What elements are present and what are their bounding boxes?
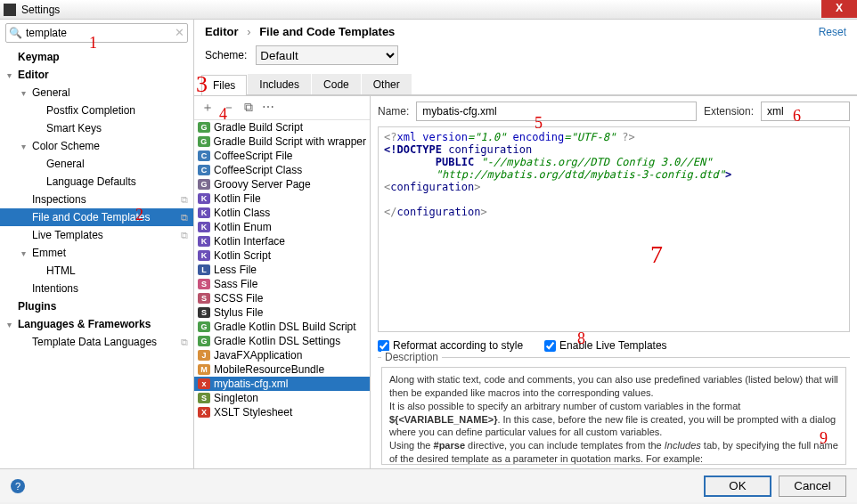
tree-item[interactable]: ▾General: [0, 84, 193, 102]
window-title: Settings: [21, 4, 60, 16]
file-item[interactable]: CCoffeeScript Class: [194, 163, 370, 177]
sidebar: 🔍 ✕ Keymap▾Editor▾GeneralPostfix Complet…: [0, 20, 194, 468]
file-item[interactable]: SSass File: [194, 277, 370, 291]
description-section: Description Along with static text, code…: [378, 357, 850, 468]
tree-item[interactable]: Inspections⧉: [0, 191, 193, 208]
file-item[interactable]: SSCSS File: [194, 291, 370, 305]
tree-item[interactable]: ▾Editor: [0, 66, 193, 84]
file-item[interactable]: GGradle Kotlin DSL Build Script: [194, 320, 370, 334]
title-bar: Settings X: [0, 0, 857, 20]
list-toolbar: ＋ － ⧉ ⋯: [194, 96, 370, 120]
breadcrumb-bar: Editor › File and Code Templates Reset: [194, 20, 857, 42]
tab-includes[interactable]: Includes: [248, 74, 311, 94]
tree-item[interactable]: Smart Keys: [0, 119, 193, 137]
tab-files[interactable]: Files: [201, 75, 247, 95]
file-item[interactable]: MMobileResourceBundle: [194, 362, 370, 377]
main: 🔍 ✕ Keymap▾Editor▾GeneralPostfix Complet…: [0, 20, 857, 468]
ok-button[interactable]: OK: [704, 476, 771, 497]
file-item[interactable]: KKotlin File: [194, 191, 370, 206]
extension-input[interactable]: [761, 102, 850, 121]
tree-item[interactable]: HTML: [0, 262, 193, 280]
description-label: Description: [381, 351, 442, 363]
more-icon[interactable]: ⋯: [262, 100, 274, 116]
live-templates-checkbox[interactable]: Enable Live Templates: [544, 339, 667, 352]
file-item[interactable]: JJavaFXApplication: [194, 348, 370, 362]
tree-item[interactable]: Plugins: [0, 297, 193, 315]
file-template-list: ＋ － ⧉ ⋯ GGradle Build ScriptGGradle Buil…: [194, 96, 371, 468]
file-item[interactable]: KKotlin Class: [194, 206, 370, 220]
scheme-label: Scheme:: [205, 49, 247, 61]
template-tabs: FilesIncludesCodeOther: [201, 74, 857, 95]
tree-item[interactable]: Language Defaults: [0, 173, 193, 191]
extension-label: Extension:: [704, 105, 754, 118]
scheme-select[interactable]: Default: [256, 45, 398, 65]
name-row: Name: Extension:: [378, 102, 850, 121]
search-input[interactable]: [5, 23, 188, 43]
tree-item[interactable]: ▾Languages & Frameworks: [0, 315, 193, 333]
file-item[interactable]: CCoffeeScript File: [194, 149, 370, 163]
file-item[interactable]: KKotlin Script: [194, 248, 370, 263]
tree-item[interactable]: ▾Emmet: [0, 244, 193, 262]
breadcrumb-sep: ›: [247, 25, 250, 38]
help-button[interactable]: ?: [11, 479, 25, 493]
file-item[interactable]: XXSLT Stylesheet: [194, 405, 370, 419]
add-icon[interactable]: ＋: [201, 100, 214, 116]
file-item[interactable]: GGroovy Server Page: [194, 177, 370, 191]
right-panel: Editor › File and Code Templates Reset S…: [194, 20, 857, 468]
template-file-list[interactable]: GGradle Build ScriptGGradle Build Script…: [194, 120, 370, 468]
tab-code[interactable]: Code: [312, 74, 361, 94]
file-item[interactable]: SSingleton: [194, 391, 370, 405]
tree-item[interactable]: Postfix Completion: [0, 102, 193, 119]
close-button[interactable]: X: [821, 0, 857, 18]
search-icon: 🔍: [9, 27, 22, 39]
file-item[interactable]: KKotlin Interface: [194, 234, 370, 248]
cancel-button[interactable]: Cancel: [779, 476, 846, 497]
tree-item[interactable]: General: [0, 155, 193, 173]
settings-tree[interactable]: Keymap▾Editor▾GeneralPostfix CompletionS…: [0, 46, 193, 468]
file-item[interactable]: GGradle Build Script: [194, 120, 370, 134]
tree-item[interactable]: File and Code Templates⧉: [0, 208, 193, 226]
footer: ? OK Cancel: [0, 468, 857, 502]
tree-item[interactable]: Keymap: [0, 48, 193, 66]
tree-item[interactable]: Intentions: [0, 280, 193, 297]
file-item[interactable]: KKotlin Enum: [194, 220, 370, 234]
scheme-row: Scheme: Default: [194, 42, 857, 74]
copy-icon[interactable]: ⧉: [244, 100, 253, 116]
content: ＋ － ⧉ ⋯ GGradle Build ScriptGGradle Buil…: [194, 95, 857, 468]
reformat-checkbox[interactable]: Reformat according to style: [378, 339, 523, 352]
name-label: Name:: [378, 105, 409, 118]
name-input[interactable]: [416, 102, 697, 121]
footer-buttons: OK Cancel: [704, 476, 846, 497]
file-item[interactable]: LLess File: [194, 263, 370, 277]
template-editor: Name: Extension: <?xml version="1.0" enc…: [371, 96, 857, 468]
description-text: Along with static text, code and comment…: [381, 367, 846, 465]
clear-search-icon[interactable]: ✕: [175, 26, 184, 39]
tree-item[interactable]: Live Templates⧉: [0, 226, 193, 244]
breadcrumb-leaf: File and Code Templates: [259, 25, 395, 38]
breadcrumb-root: Editor: [205, 25, 239, 38]
reset-link[interactable]: Reset: [819, 26, 846, 38]
file-item[interactable]: xmybatis-cfg.xml: [194, 377, 370, 391]
checkbox-row: Reformat according to style Enable Live …: [378, 332, 850, 357]
search-box: 🔍 ✕: [5, 23, 188, 43]
file-item[interactable]: SStylus File: [194, 305, 370, 320]
file-item[interactable]: GGradle Kotlin DSL Settings: [194, 334, 370, 348]
tree-item[interactable]: Template Data Languages⧉: [0, 333, 193, 351]
tab-other[interactable]: Other: [362, 74, 412, 94]
tree-item[interactable]: ▾Color Scheme: [0, 137, 193, 155]
breadcrumb: Editor › File and Code Templates: [205, 25, 395, 38]
app-icon: [4, 4, 16, 16]
remove-icon[interactable]: －: [223, 100, 235, 116]
template-code[interactable]: <?xml version="1.0" encoding="UTF-8" ?> …: [378, 126, 850, 332]
file-item[interactable]: GGradle Build Script with wrapper: [194, 134, 370, 149]
